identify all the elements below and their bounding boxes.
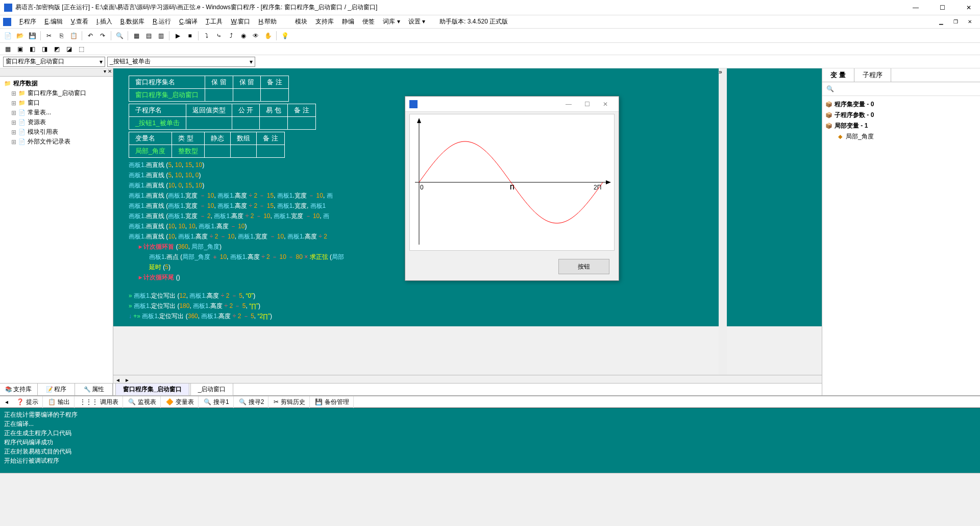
- menu-item[interactable]: V.查看: [67, 16, 92, 27]
- tb2-btn-5[interactable]: ◩: [51, 43, 62, 55]
- subroutine-combo[interactable]: _按钮1_被单击: [107, 57, 255, 67]
- layout2-icon[interactable]: ▤: [143, 30, 154, 41]
- var-group-assembly[interactable]: 📦程序集变量 - 0: [825, 99, 977, 110]
- btab-vartable[interactable]: 🔶变量表: [162, 396, 199, 408]
- mdi-minimize-icon[interactable]: ▁: [934, 17, 948, 27]
- btab-search2[interactable]: 🔍搜寻2: [235, 396, 269, 408]
- menu-item[interactable]: F.程序: [15, 16, 40, 27]
- btab-cliphistory[interactable]: ✂剪辑历史: [270, 396, 310, 408]
- undo-icon[interactable]: ↶: [85, 30, 96, 41]
- paste-icon[interactable]: 📋: [68, 30, 79, 41]
- tb2-btn-3[interactable]: ◧: [27, 43, 38, 55]
- var-group-params[interactable]: 📦子程序参数 - 0: [825, 110, 977, 121]
- cursor-icon[interactable]: ✋: [262, 30, 274, 41]
- cut-icon[interactable]: ✂: [43, 30, 55, 41]
- menu-item[interactable]: I.插入: [92, 16, 116, 27]
- tree-item[interactable]: ⊞ 📄 资源表: [2, 117, 111, 127]
- btab-watch[interactable]: 🔍监视表: [124, 396, 161, 408]
- tb2-btn-7[interactable]: ⬚: [76, 43, 87, 55]
- tb2-btn-6[interactable]: ◪: [63, 43, 75, 55]
- help-icon[interactable]: 💡: [279, 30, 290, 41]
- open-icon[interactable]: 📂: [14, 30, 26, 41]
- step-out-icon[interactable]: ⤴: [226, 30, 237, 41]
- tree-root[interactable]: 📁 程序数据: [2, 79, 111, 88]
- menu-item[interactable]: R.运行: [149, 16, 175, 27]
- tab-program[interactable]: 📝程序: [38, 384, 76, 395]
- layout3-icon[interactable]: ▥: [155, 30, 166, 41]
- step-into-icon[interactable]: ⤷: [213, 30, 225, 41]
- main-toolbar: 📄 📂 💾 ✂ ⎘ 📋 ↶ ↷ 🔍 ▦ ▤ ▥ ▶ ■ ⤵ ⤷ ⤴ ◉ 👁 ✋ …: [0, 29, 980, 43]
- menu-item[interactable]: W.窗口: [227, 16, 254, 27]
- tree-item[interactable]: ⊞ 📄 外部文件记录表: [2, 137, 111, 147]
- preview-window: — ☐ ✕ 0 П 2П 按钮: [405, 96, 619, 281]
- menu-item[interactable]: 便签: [358, 16, 379, 27]
- output-panel[interactable]: 正在统计需要编译的子程序正在编译...正在生成主程序入口代码程序代码编译成功正在…: [0, 408, 980, 473]
- menu-item[interactable]: H.帮助: [254, 16, 281, 27]
- new-icon[interactable]: 📄: [2, 30, 13, 41]
- arrow-toggle[interactable]: »: [719, 68, 727, 375]
- tab-startup-window[interactable]: _启动窗口: [190, 384, 234, 396]
- menu-item[interactable]: 设置 ▾: [404, 16, 429, 27]
- menu-item[interactable]: 词库 ▾: [379, 16, 404, 27]
- tree-item[interactable]: ⊞ 📁 窗口程序集_启动窗口: [2, 88, 111, 98]
- tree-item[interactable]: ⊞ 📄 模块引用表: [2, 127, 111, 137]
- preview-app-icon: [409, 100, 418, 108]
- preview-minimize-button[interactable]: —: [559, 101, 578, 108]
- find-icon[interactable]: 🔍: [114, 30, 125, 41]
- stop-icon[interactable]: ■: [184, 30, 195, 41]
- tree-item[interactable]: ⊞ 📁 窗口: [2, 98, 111, 108]
- menu-item[interactable]: B.数据库: [116, 16, 149, 27]
- maximize-button[interactable]: ☐: [935, 3, 949, 13]
- assembly-table: 窗口程序集名保 留保 留备 注 窗口程序集_启动窗口: [129, 76, 289, 102]
- tab-properties[interactable]: 🔧属性: [75, 384, 113, 395]
- left-panel-tabs: 📚支持库 📝程序 🔧属性: [0, 383, 113, 395]
- status-bar: [0, 473, 980, 483]
- tab-subroutines[interactable]: 子程序: [854, 68, 891, 82]
- menu-item[interactable]: C.编译: [175, 16, 202, 27]
- tb2-btn-2[interactable]: ▣: [14, 43, 26, 55]
- combo-row: 窗口程序集_启动窗口 _按钮1_被单击: [0, 55, 980, 68]
- assembly-combo[interactable]: 窗口程序集_启动窗口: [3, 57, 105, 67]
- preview-run-button[interactable]: 按钮: [558, 259, 609, 274]
- mdi-restore-icon[interactable]: ❐: [948, 17, 963, 27]
- menu-item[interactable]: T.工具: [202, 16, 227, 27]
- btab-scroll-left[interactable]: ◂: [2, 397, 11, 407]
- btab-output[interactable]: 📋输出: [44, 396, 75, 408]
- tab-variables[interactable]: 变 量: [822, 68, 854, 82]
- watch-icon[interactable]: 👁: [250, 30, 261, 41]
- secondary-toolbar: ▦ ▣ ◧ ◨ ◩ ◪ ⬚: [0, 43, 980, 55]
- step-over-icon[interactable]: ⤵: [201, 30, 212, 41]
- output-line: 正在统计需要编译的子程序: [4, 410, 976, 419]
- app-icon-small: [3, 18, 11, 26]
- menu-item[interactable]: 静编: [338, 16, 358, 27]
- var-item-angle[interactable]: ◆局部_角度: [825, 131, 977, 142]
- preview-close-button[interactable]: ✕: [596, 101, 615, 108]
- mdi-close-icon[interactable]: ✕: [963, 17, 977, 27]
- bottom-tabs: ◂ ❓提示 📋输出 ⋮⋮⋮调用表 🔍监视表 🔶变量表 🔍搜寻1 🔍搜寻2 ✂剪辑…: [0, 395, 980, 408]
- btab-search1[interactable]: 🔍搜寻1: [200, 396, 234, 408]
- var-group-local[interactable]: 📦局部变量 - 1: [825, 121, 977, 131]
- menu-item[interactable]: E.编辑: [40, 16, 66, 27]
- tb2-btn-1[interactable]: ▦: [2, 43, 13, 55]
- minimize-button[interactable]: —: [909, 3, 923, 13]
- tab-assembly[interactable]: 窗口程序集_启动窗口: [115, 384, 189, 396]
- preview-maximize-button[interactable]: ☐: [578, 101, 596, 108]
- breakpoint-icon[interactable]: ◉: [238, 30, 249, 41]
- output-line: 正在编译...: [4, 419, 976, 428]
- tree-item[interactable]: ⊞ 📄 常量表...: [2, 108, 111, 117]
- tb2-btn-4[interactable]: ◨: [39, 43, 50, 55]
- close-button[interactable]: ✕: [962, 3, 976, 13]
- btab-hint[interactable]: ❓提示: [12, 396, 43, 408]
- redo-icon[interactable]: ↷: [97, 30, 108, 41]
- output-line: 正在生成主程序入口代码: [4, 428, 976, 438]
- save-icon[interactable]: 💾: [27, 30, 38, 41]
- layout1-icon[interactable]: ▦: [131, 30, 142, 41]
- menu-item[interactable]: 支持库: [311, 16, 338, 27]
- copy-icon[interactable]: ⎘: [56, 30, 67, 41]
- menu-item[interactable]: 模块: [291, 16, 311, 27]
- tab-support-lib[interactable]: 📚支持库: [0, 384, 38, 395]
- search-input[interactable]: [824, 84, 978, 93]
- run-icon[interactable]: ▶: [172, 30, 183, 41]
- btab-backup[interactable]: 💾备份管理: [311, 396, 354, 408]
- btab-calltable[interactable]: ⋮⋮⋮调用表: [76, 396, 123, 408]
